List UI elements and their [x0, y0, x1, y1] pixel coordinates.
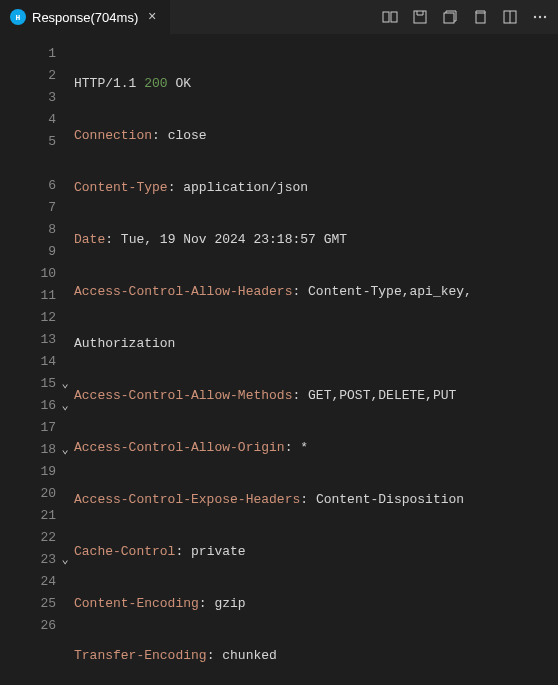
line-number: 6 — [0, 175, 56, 197]
compare-icon[interactable] — [382, 9, 398, 25]
code-line: Transfer-Encoding: chunked — [74, 645, 558, 667]
code-line: Access-Control-Allow-Methods: GET,POST,D… — [74, 385, 558, 407]
tab-response[interactable]: H Response(704ms) × — [0, 0, 171, 35]
http-icon: H — [10, 9, 26, 25]
line-number: 15 — [0, 373, 56, 395]
fold-toggle[interactable]: ⌄ — [56, 373, 74, 395]
line-number: 19 — [0, 461, 56, 483]
code-line: Date: Tue, 19 Nov 2024 23:18:57 GMT — [74, 229, 558, 251]
line-number — [0, 153, 56, 175]
save-all-icon[interactable] — [442, 9, 458, 25]
fold-toggle[interactable]: ⌄ — [56, 395, 74, 417]
line-number: 4 — [0, 109, 56, 131]
code-line: HTTP/1.1 200 OK — [74, 73, 558, 95]
line-number: 25 — [0, 593, 56, 615]
line-number: 17 — [0, 417, 56, 439]
line-number: 14 — [0, 351, 56, 373]
code-line: Access-Control-Expose-Headers: Content-D… — [74, 489, 558, 511]
tab-title: Response(704ms) — [32, 10, 138, 25]
line-number: 13 — [0, 329, 56, 351]
svg-rect-3 — [444, 13, 454, 23]
line-number: 1 — [0, 43, 56, 65]
line-number: 9 — [0, 241, 56, 263]
fold-toggle[interactable]: ⌄ — [56, 549, 74, 571]
code-line: Connection: close — [74, 125, 558, 147]
code-line: Access-Control-Allow-Headers: Content-Ty… — [74, 281, 558, 303]
line-number: 8 — [0, 219, 56, 241]
line-number: 11 — [0, 285, 56, 307]
editor-area: 1 2 3 4 5 6 7 8 9 10 11 12 13 14 15 16 1… — [0, 35, 558, 685]
tab-bar: H Response(704ms) × — [0, 0, 558, 35]
svg-point-7 — [534, 16, 536, 18]
code-line: Access-Control-Allow-Origin: * — [74, 437, 558, 459]
svg-point-8 — [539, 16, 541, 18]
code-content[interactable]: HTTP/1.1 200 OK Connection: close Conten… — [74, 43, 558, 685]
editor-actions — [382, 9, 558, 25]
chevron-down-icon: ⌄ — [61, 439, 68, 461]
close-icon[interactable]: × — [144, 9, 160, 25]
more-icon[interactable] — [532, 9, 548, 25]
line-number: 23 — [0, 549, 56, 571]
svg-rect-0 — [383, 12, 389, 22]
svg-rect-1 — [391, 12, 397, 22]
chevron-down-icon: ⌄ — [61, 549, 68, 571]
line-number: 26 — [0, 615, 56, 637]
line-number: 5 — [0, 131, 56, 153]
code-line: Content-Type: application/json — [74, 177, 558, 199]
code-line: Authorization — [74, 333, 558, 355]
chevron-down-icon: ⌄ — [61, 373, 68, 395]
line-number: 22 — [0, 527, 56, 549]
line-number: 20 — [0, 483, 56, 505]
line-number: 12 — [0, 307, 56, 329]
svg-rect-4 — [476, 13, 485, 23]
fold-toggle[interactable]: ⌄ — [56, 439, 74, 461]
line-number: 3 — [0, 87, 56, 109]
code-line: Cache-Control: private — [74, 541, 558, 563]
line-number: 16 — [0, 395, 56, 417]
line-number: 18 — [0, 439, 56, 461]
svg-point-9 — [544, 16, 546, 18]
line-gutter: 1 2 3 4 5 6 7 8 9 10 11 12 13 14 15 16 1… — [0, 43, 56, 685]
line-number: 10 — [0, 263, 56, 285]
code-line: Content-Encoding: gzip — [74, 593, 558, 615]
line-number: 24 — [0, 571, 56, 593]
save-icon[interactable] — [412, 9, 428, 25]
line-number: 7 — [0, 197, 56, 219]
split-icon[interactable] — [502, 9, 518, 25]
fold-column: ⌄ ⌄ ⌄ ⌄ — [56, 43, 74, 685]
chevron-down-icon: ⌄ — [61, 395, 68, 417]
svg-rect-2 — [414, 11, 426, 23]
line-number: 2 — [0, 65, 56, 87]
copy-icon[interactable] — [472, 9, 488, 25]
line-number: 21 — [0, 505, 56, 527]
